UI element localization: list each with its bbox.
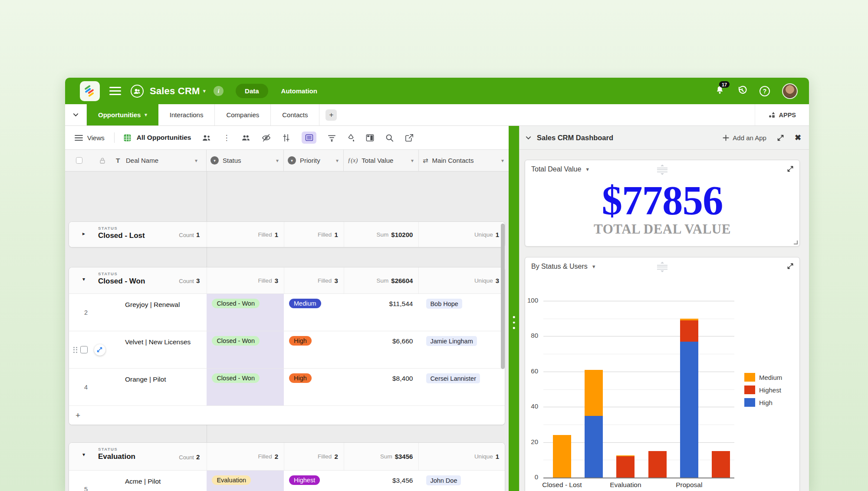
bar-segment-high[interactable]	[680, 342, 698, 478]
column-caret-icon[interactable]: ▾	[411, 158, 414, 164]
bar-segment-highest[interactable]	[648, 451, 667, 478]
hide-fields-button[interactable]	[262, 134, 271, 142]
column-header-total-value[interactable]: ƒ(x) Total Value ▾	[344, 150, 419, 171]
fill-color-button[interactable]	[347, 134, 355, 142]
group-header[interactable]: ▾STATUSClosed - WonCount3Filled3Filled3S…	[69, 267, 505, 293]
layout-button[interactable]	[366, 134, 374, 142]
widget-title-dropdown[interactable]: Total Deal Value ▼	[531, 165, 590, 173]
widget-resize-handle[interactable]	[794, 241, 798, 244]
tab-opportunities[interactable]: Opportunities▾	[87, 104, 158, 125]
nav-data-button[interactable]: Data	[236, 84, 268, 98]
close-panel-icon[interactable]: ✖	[795, 133, 801, 142]
group-expand-icon[interactable]: ▾	[82, 451, 85, 458]
priority-chip[interactable]: Highest	[289, 475, 320, 485]
table-row[interactable]: Velvet | New LicensesClosed - WonHigh$6,…	[69, 331, 505, 368]
deal-name-cell[interactable]: Acme | Pilot	[125, 471, 194, 487]
notifications-button[interactable]: 17	[715, 85, 725, 97]
views-menu-button[interactable]: Views	[75, 134, 105, 142]
column-caret-icon[interactable]: ▾	[336, 158, 339, 164]
column-header-status[interactable]: ▾ Status ▾	[207, 150, 284, 171]
plus-icon: +	[76, 411, 80, 420]
info-icon[interactable]: i	[214, 86, 224, 96]
column-caret-icon[interactable]: ▾	[276, 158, 279, 164]
collapse-chevron-icon[interactable]	[525, 135, 532, 141]
share-view-button[interactable]	[405, 134, 414, 142]
status-chip[interactable]: Closed - Won	[212, 373, 260, 383]
column-header-deal-name[interactable]: T Deal Name ▾	[65, 150, 207, 171]
total-value-cell[interactable]: $8,400	[344, 369, 419, 382]
menu-icon[interactable]	[109, 85, 121, 97]
current-view[interactable]: All Opportunities	[123, 134, 191, 142]
column-header-main-contacts[interactable]: ⇄ Main Contacts ▾	[419, 150, 509, 171]
row-settings-button[interactable]	[282, 134, 290, 142]
status-chip[interactable]: Closed - Won	[212, 299, 260, 308]
group-header[interactable]: ▾STATUSEvaluationCount2Filled2Filled2Sum…	[69, 443, 505, 470]
priority-chip[interactable]: High	[289, 336, 312, 346]
contact-chip[interactable]: John Doe	[426, 475, 461, 485]
base-title-caret-icon[interactable]: ▾	[203, 88, 206, 94]
group-collapse-icon[interactable]: ▸	[82, 231, 85, 237]
vertical-scrollbar[interactable]	[501, 224, 505, 369]
column-caret-icon[interactable]: ▾	[501, 158, 504, 164]
table-row[interactable]: 4Orange | PilotClosed - WonHigh$8,400Cer…	[69, 368, 505, 405]
contact-chip[interactable]: Bob Hope	[426, 299, 462, 309]
column-header-priority[interactable]: ▾ Priority ▾	[284, 150, 344, 171]
add-row-in-group[interactable]: +	[69, 405, 505, 425]
priority-chip[interactable]: Medium	[289, 299, 321, 308]
deal-name-cell[interactable]: Velvet | New Licenses	[125, 331, 194, 347]
priority-chip[interactable]: High	[289, 373, 312, 383]
bar-segment-medium[interactable]	[585, 370, 603, 416]
contact-chip[interactable]: Jamie Lingham	[426, 336, 477, 346]
expand-row-button[interactable]	[94, 344, 105, 356]
group-rows-button[interactable]	[302, 132, 316, 144]
tab-interactions[interactable]: Interactions	[158, 104, 215, 125]
base-title[interactable]: Sales CRM	[150, 86, 200, 97]
add-an-app-button[interactable]: Add an App	[723, 134, 766, 142]
expand-panel-icon[interactable]	[777, 134, 784, 142]
collaborators-button[interactable]	[241, 134, 250, 142]
nav-automation-button[interactable]: Automation	[281, 87, 317, 95]
total-value-cell[interactable]: $6,660	[344, 331, 419, 345]
view-options-kebab-icon[interactable]: ⋮	[223, 133, 230, 142]
history-button[interactable]	[737, 85, 747, 97]
tabs-chevron-button[interactable]	[65, 104, 87, 125]
help-button[interactable]: ?	[760, 86, 770, 96]
add-table-button[interactable]: +	[326, 109, 337, 121]
total-value-cell[interactable]: $3,456	[344, 471, 419, 484]
group-expand-icon[interactable]: ▾	[82, 276, 85, 282]
drag-handle-icon[interactable]	[73, 347, 77, 353]
search-button[interactable]	[385, 134, 394, 142]
deal-name-cell[interactable]: Orange | Pilot	[125, 369, 194, 385]
dashboard-title: Sales CRM Dashboard	[537, 134, 613, 142]
bar-segment-highest[interactable]	[712, 451, 730, 478]
row-checkbox[interactable]	[80, 346, 88, 353]
widget-drag-handle-icon[interactable]	[657, 165, 667, 175]
widget-expand-icon[interactable]	[787, 165, 794, 174]
group-header[interactable]: ▸STATUSClosed - LostCount1Filled1Filled1…	[69, 222, 505, 247]
view-collaborators-icon[interactable]	[202, 134, 211, 142]
table-row[interactable]: 2Greyjoy | RenewalClosed - WonMedium$11,…	[69, 293, 505, 331]
bar-segment-medium[interactable]	[616, 455, 635, 456]
column-caret-icon[interactable]: ▾	[195, 158, 197, 164]
bar-segment-medium[interactable]	[553, 435, 571, 478]
filter-button[interactable]	[328, 134, 336, 142]
bar-segment-highest[interactable]	[616, 456, 635, 478]
workspace-avatar-icon[interactable]	[131, 85, 144, 98]
panel-resize-splitter[interactable]	[509, 126, 519, 491]
contact-chip[interactable]: Cersei Lannister	[426, 373, 480, 383]
select-all-checkbox[interactable]	[76, 157, 82, 164]
user-avatar[interactable]	[782, 83, 798, 99]
tab-contacts[interactable]: Contacts	[271, 104, 319, 125]
bar-segment-high[interactable]	[585, 416, 603, 478]
bar-segment-highest[interactable]	[680, 320, 698, 342]
apps-button[interactable]: APPS	[755, 104, 809, 125]
total-value-cell[interactable]: $11,544	[344, 294, 419, 308]
deal-name-cell[interactable]: Greyjoy | Renewal	[125, 294, 194, 310]
search-icon	[385, 134, 394, 142]
stackby-logo-icon[interactable]	[80, 81, 100, 101]
status-chip[interactable]: Evaluation	[212, 475, 251, 485]
table-row[interactable]: 5Acme | PilotEvaluationHighest$3,456John…	[69, 470, 505, 491]
bar-segment-medium[interactable]	[680, 319, 698, 320]
status-chip[interactable]: Closed - Won	[212, 336, 260, 346]
tab-companies[interactable]: Companies	[215, 104, 271, 125]
